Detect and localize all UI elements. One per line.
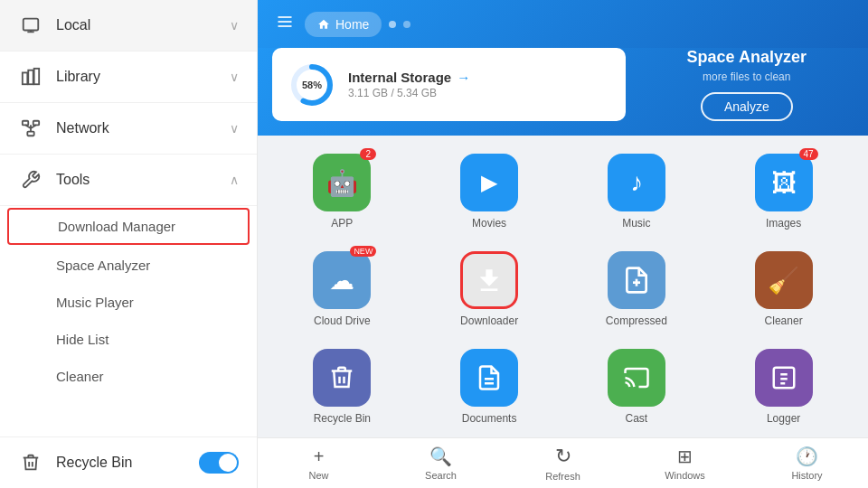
search-icon: 🔍 — [429, 446, 452, 467]
grid-item-images[interactable]: 🖼 47 Images — [713, 148, 854, 235]
recycle-bin-toggle[interactable] — [199, 452, 239, 474]
svg-rect-4 — [28, 70, 33, 85]
storage-section: 58% Internal Storage → 3.11 GB / 5.34 GB… — [258, 48, 868, 136]
app-grid: 🤖 2 APP ▶ Movies ♪ Music — [272, 148, 854, 430]
sidebar: Local ∨ Library ∨ Network ∨ Tools ∧ Down… — [0, 0, 258, 488]
header-dot2[interactable] — [403, 21, 410, 28]
cleaner-icon-wrap: 🧹 — [755, 251, 813, 309]
header-dot1[interactable] — [389, 21, 396, 28]
grid-item-cloud-drive[interactable]: ☁ NEW Cloud Drive — [272, 246, 412, 333]
refresh-label: Refresh — [545, 471, 580, 482]
library-chevron-icon: ∨ — [230, 70, 239, 84]
grid-item-app[interactable]: 🤖 2 APP — [272, 148, 412, 235]
cloud-drive-icon-wrap: ☁ NEW — [313, 251, 371, 309]
tools-chevron-icon: ∧ — [230, 173, 239, 187]
svg-rect-5 — [34, 69, 39, 84]
sidebar-subitem-download-manager[interactable]: Download Manager — [7, 208, 250, 245]
grid-item-music[interactable]: ♪ Music — [567, 148, 707, 235]
main-content: Home 58% Internal Storage → 3.11 GB — [258, 0, 868, 488]
downloader-label: Downloader — [460, 314, 518, 327]
music-icon-wrap: ♪ — [608, 154, 665, 211]
recycle-bin-grid-label: Recycle Bin — [314, 412, 371, 425]
sidebar-item-local-label: Local — [56, 17, 230, 33]
grid-item-cast[interactable]: Cast — [567, 343, 707, 430]
compressed-icon-wrap — [608, 251, 665, 309]
app-label: APP — [331, 217, 353, 230]
logger-icon-wrap — [755, 349, 813, 407]
svg-rect-0 — [24, 19, 39, 31]
toolbar-windows[interactable]: ⊞ Windows — [624, 438, 746, 488]
app-grid-section: 🤖 2 APP ▶ Movies ♪ Music — [258, 136, 868, 437]
storage-sub: 3.11 GB / 5.34 GB — [348, 87, 470, 99]
grid-item-recycle-bin[interactable]: Recycle Bin — [272, 343, 412, 430]
storage-circle: 58% — [288, 61, 335, 108]
grid-item-logger[interactable]: Logger — [713, 343, 854, 430]
sidebar-subitem-space-analyzer[interactable]: Space Analyzer — [0, 247, 257, 284]
app-badge: 2 — [360, 148, 376, 160]
tools-icon — [18, 167, 43, 192]
recycle-bin-icon — [18, 450, 43, 475]
images-label: Images — [766, 217, 801, 230]
history-label: History — [791, 470, 822, 481]
search-label: Search — [425, 470, 457, 481]
sidebar-subitem-hide-list[interactable]: Hide List — [0, 321, 257, 358]
analyze-button[interactable]: Analyze — [701, 92, 793, 121]
grid-item-cleaner[interactable]: 🧹 Cleaner — [713, 246, 854, 333]
grid-item-downloader[interactable]: Downloader — [420, 246, 560, 333]
cleaner-label: Cleaner — [765, 314, 803, 327]
windows-label: Windows — [665, 470, 705, 481]
toolbar-new[interactable]: + New — [258, 438, 380, 488]
app-icon-wrap: 🤖 2 — [313, 154, 371, 211]
recycle-bin-label: Recycle Bin — [56, 455, 199, 471]
svg-rect-6 — [23, 121, 28, 126]
images-icon-wrap: 🖼 47 — [755, 154, 813, 211]
svg-rect-8 — [27, 132, 33, 136]
documents-icon-wrap — [460, 349, 518, 407]
analyzer-card: Space Analyzer more files to clean Analy… — [640, 48, 854, 121]
home-button[interactable]: Home — [305, 12, 382, 37]
new-icon: + — [314, 446, 325, 467]
toolbar-history[interactable]: 🕐 History — [746, 438, 868, 488]
storage-info: Internal Storage → 3.11 GB / 5.34 GB — [348, 70, 470, 99]
toolbar-refresh[interactable]: ↻ Refresh — [502, 438, 624, 488]
local-icon — [18, 13, 43, 38]
documents-label: Documents — [462, 412, 517, 425]
header: Home — [258, 0, 868, 48]
sidebar-item-library-label: Library — [56, 69, 230, 85]
movies-icon-wrap: ▶ — [460, 154, 518, 211]
grid-item-compressed[interactable]: Compressed — [567, 246, 707, 333]
storage-title: Internal Storage → — [348, 70, 470, 85]
music-label: Music — [622, 217, 650, 230]
sidebar-item-network-label: Network — [56, 120, 230, 136]
sidebar-item-tools[interactable]: Tools ∧ — [0, 155, 257, 206]
refresh-icon: ↻ — [555, 445, 571, 468]
cloud-drive-new-badge: NEW — [350, 246, 376, 257]
analyzer-title: Space Analyzer — [687, 48, 807, 67]
tools-submenu: Download Manager Space Analyzer Music Pl… — [0, 206, 257, 395]
hamburger-button[interactable] — [272, 9, 297, 39]
cast-label: Cast — [626, 412, 648, 425]
grid-item-movies[interactable]: ▶ Movies — [420, 148, 560, 235]
grid-item-documents[interactable]: Documents — [420, 343, 560, 430]
sidebar-item-network[interactable]: Network ∨ — [0, 103, 257, 155]
network-chevron-icon: ∨ — [230, 121, 239, 136]
downloader-icon-wrap — [460, 251, 518, 309]
sidebar-item-local[interactable]: Local ∨ — [0, 0, 257, 52]
storage-card[interactable]: 58% Internal Storage → 3.11 GB / 5.34 GB — [272, 48, 626, 121]
toolbar-search[interactable]: 🔍 Search — [380, 438, 502, 488]
svg-rect-3 — [23, 72, 28, 84]
recycle-bin-grid-icon-wrap — [313, 349, 371, 407]
history-icon: 🕐 — [796, 446, 818, 467]
cast-icon-wrap — [608, 349, 665, 407]
sidebar-item-tools-label: Tools — [56, 172, 230, 188]
sidebar-subitem-cleaner[interactable]: Cleaner — [0, 358, 257, 395]
sidebar-item-library[interactable]: Library ∨ — [0, 52, 257, 103]
local-chevron-icon: ∨ — [230, 18, 239, 33]
sidebar-subitem-music-player[interactable]: Music Player — [0, 284, 257, 321]
storage-percent: 58% — [302, 80, 322, 90]
compressed-label: Compressed — [606, 314, 667, 327]
network-icon — [18, 116, 43, 141]
sidebar-footer-recycle-bin[interactable]: Recycle Bin — [0, 436, 257, 488]
library-icon — [18, 64, 43, 89]
bottom-toolbar: + New 🔍 Search ↻ Refresh ⊞ Windows 🕐 His… — [258, 437, 868, 488]
